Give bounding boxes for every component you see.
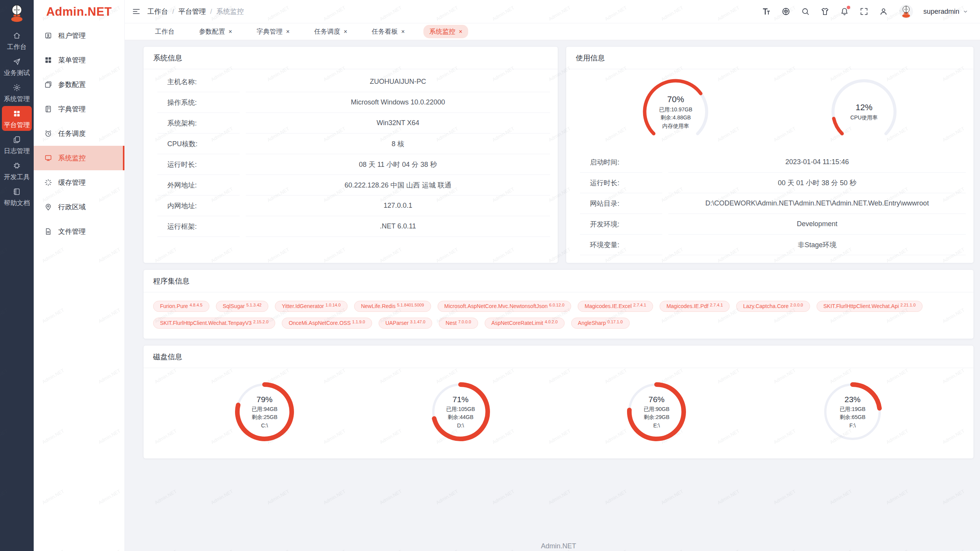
- tabs-bar: 工作台参数配置×字典管理×任务调度×任务看板×系统监控×: [125, 23, 980, 40]
- card-title: 系统信息: [144, 47, 558, 69]
- rail-item-label: 工作台: [7, 44, 27, 50]
- breadcrumb-separator: /: [172, 8, 174, 16]
- assembly-tag: Magicodes.IE.Pdf2.7.4.1: [660, 301, 730, 312]
- rail-item-logs[interactable]: 日志管理: [2, 132, 32, 157]
- gauge-line: 已用:105GB: [446, 406, 475, 412]
- close-icon[interactable]: ×: [459, 29, 462, 35]
- sidebar-item-dict[interactable]: 字典管理: [34, 97, 124, 121]
- assembly-tag: Microsoft.AspNetCore.Mvc.NewtonsoftJson6…: [438, 301, 572, 312]
- assembly-tag: SqlSugar5.1.3.42: [216, 301, 268, 312]
- rail-item-home[interactable]: 工作台: [2, 28, 32, 53]
- breadcrumb-item[interactable]: 平台管理: [178, 7, 206, 16]
- assembly-version: 2.7.4.1: [633, 303, 646, 307]
- info-value: 2023-01-04 11:15:46: [668, 152, 966, 173]
- rail-item-label: 系统管理: [4, 96, 30, 102]
- content: 系统信息 主机名称:ZUOHUAIJUN-PC操作系统:Microsoft Wi…: [125, 40, 980, 551]
- info-label: 环境变量:: [580, 235, 662, 255]
- tenant-icon: [44, 31, 52, 40]
- gauge-line: 剩余:4.88GB: [660, 114, 691, 121]
- sidebar-item-clock[interactable]: 任务调度: [34, 121, 124, 146]
- breadcrumb-item[interactable]: 工作台: [147, 7, 168, 16]
- usage-gauges: 70%已用:10.97GB剩余:4.88GB内存使用率12%CPU使用率: [566, 69, 973, 150]
- assembly-version: 2.21.1.0: [900, 303, 916, 307]
- rail-item-grid[interactable]: 平台管理: [2, 106, 32, 131]
- dict-icon: [44, 105, 52, 113]
- tab-任务看板[interactable]: 任务看板×: [366, 25, 410, 38]
- tab-工作台[interactable]: 工作台: [149, 25, 180, 38]
- rail-item-book[interactable]: 帮助文档: [2, 184, 32, 209]
- close-icon[interactable]: ×: [401, 29, 405, 35]
- info-row: 系统架构:Win32NT X64: [144, 113, 550, 134]
- sidebar-item-cache[interactable]: 缓存管理: [34, 170, 124, 195]
- user-dropdown[interactable]: superadmin: [923, 8, 969, 16]
- page-footer: Admin.NET Copyright © 2022 Dilon All rig…: [143, 542, 974, 551]
- gauge-line: F:\: [849, 422, 856, 429]
- assembly-name: AspNetCoreRateLimit: [492, 320, 543, 326]
- user-icon[interactable]: [879, 7, 888, 16]
- assembly-tag: UAParser3.1.47.0: [379, 318, 432, 329]
- sidebar-item-monitor[interactable]: 系统监控: [34, 146, 124, 170]
- assembly-tag: Magicodes.IE.Excel2.7.4.1: [578, 301, 653, 312]
- notification-icon[interactable]: [840, 7, 849, 16]
- file-icon: [44, 227, 52, 236]
- gauge-line: CPU使用率: [850, 114, 878, 121]
- search-icon[interactable]: [801, 7, 810, 16]
- sidebar-item-menu[interactable]: 菜单管理: [34, 48, 124, 72]
- rail-item-chip[interactable]: 开发工具: [2, 158, 32, 183]
- close-icon[interactable]: ×: [286, 29, 289, 35]
- collapse-menu-icon[interactable]: [132, 7, 141, 16]
- gauge-percent: 76%: [648, 395, 665, 404]
- theme-icon[interactable]: [820, 7, 830, 16]
- assembly-tag: Lazy.Captcha.Core2.0.0.0: [736, 301, 810, 312]
- font-size-icon[interactable]: [762, 7, 771, 16]
- gauge-line: 已用:90GB: [644, 406, 670, 412]
- sidebar-item-param[interactable]: 参数配置: [34, 72, 124, 97]
- rail-item-gear[interactable]: 系统管理: [2, 80, 32, 105]
- language-icon[interactable]: [781, 7, 791, 16]
- gauge-percent: 23%: [844, 395, 861, 404]
- sidebar-item-label: 任务调度: [58, 129, 86, 138]
- card-title: 磁盘信息: [144, 346, 973, 368]
- assembly-name: Lazy.Captcha.Core: [743, 303, 789, 309]
- avatar[interactable]: [899, 5, 913, 18]
- info-row: 环境变量:非Stage环境: [566, 235, 966, 255]
- notification-badge: [847, 6, 850, 9]
- assembly-name: NewLife.Redis: [361, 303, 395, 309]
- info-row: 内网地址:127.0.0.1: [144, 196, 550, 216]
- sidebar-item-label: 文件管理: [58, 227, 86, 236]
- assembly-tag: SKIT.FlurlHttpClient.Wechat.TenpayV32.15…: [153, 318, 275, 329]
- close-icon[interactable]: ×: [344, 29, 347, 35]
- param-icon: [44, 80, 52, 89]
- gauge-percent: 12%: [856, 103, 872, 112]
- sidebar-item-pin[interactable]: 行政区域: [34, 195, 124, 219]
- top-cards-row: 系统信息 主机名称:ZUOHUAIJUN-PC操作系统:Microsoft Wi…: [143, 46, 974, 263]
- sidebar-item-tenant[interactable]: 租户管理: [34, 23, 124, 48]
- info-row: 开发环境:Development: [566, 214, 966, 235]
- gauge-percent: 70%: [667, 95, 684, 104]
- grid-icon: [13, 109, 21, 119]
- info-value: 08 天 11 小时 04 分 38 秒: [246, 154, 550, 175]
- tab-系统监控[interactable]: 系统监控×: [423, 25, 468, 38]
- assembly-name: Furion.Pure: [160, 303, 188, 309]
- info-label: 运行时长:: [580, 173, 662, 193]
- info-label: 开发环境:: [580, 214, 662, 235]
- assembly-name: Magicodes.IE.Pdf: [666, 303, 709, 309]
- tab-任务调度[interactable]: 任务调度×: [309, 25, 353, 38]
- info-label: 运行时长:: [157, 154, 240, 175]
- gauge-percent: 79%: [256, 395, 273, 404]
- assembly-version: 3.1.47.0: [410, 320, 425, 324]
- assembly-version: 1.0.14.0: [325, 303, 341, 307]
- sidebar-item-file[interactable]: 文件管理: [34, 219, 124, 244]
- close-icon[interactable]: ×: [229, 29, 232, 35]
- tab-字典管理[interactable]: 字典管理×: [251, 25, 295, 38]
- rail-item-send[interactable]: 业务测试: [2, 54, 32, 79]
- info-value: .NET 6.0.11: [246, 216, 550, 237]
- fullscreen-icon[interactable]: [859, 7, 869, 16]
- tab-label: 工作台: [155, 27, 175, 36]
- tab-参数配置[interactable]: 参数配置×: [193, 25, 238, 38]
- app-mascot-logo[interactable]: [7, 3, 27, 23]
- disk-ring: 23%已用:19GB剩余:65GBF:\: [820, 379, 885, 445]
- main-column: 工作台/平台管理/系统监控 superadmin 工作台参数配置×字典管理×任务…: [125, 0, 980, 551]
- sidebar-item-label: 系统监控: [58, 153, 86, 163]
- assembly-name: AngleSharp: [578, 320, 606, 326]
